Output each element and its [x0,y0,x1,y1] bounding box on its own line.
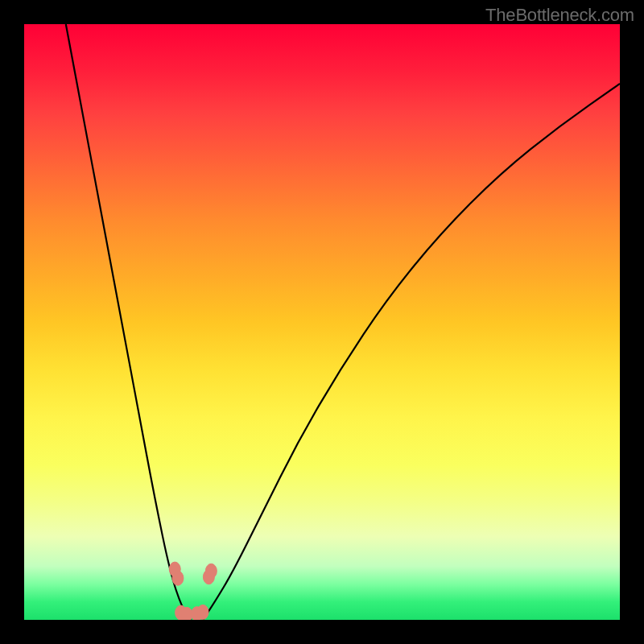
data-marker [205,564,217,578]
watermark-text: TheBottleneck.com [485,5,634,26]
data-marker [181,607,192,620]
left-curve [66,24,191,620]
data-marker [197,605,208,619]
data-marker [172,571,184,585]
chart-container: TheBottleneck.com [0,0,644,644]
plot-svg [24,24,620,620]
right-curve [203,84,620,620]
